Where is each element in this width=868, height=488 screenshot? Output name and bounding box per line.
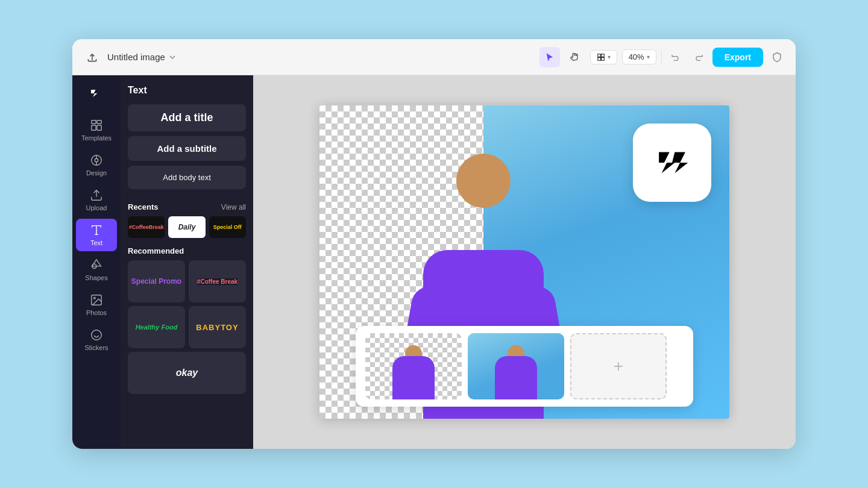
add-frame-icon: + xyxy=(614,357,623,376)
sidebar-label-templates: Templates xyxy=(81,134,112,142)
film-person-2 xyxy=(492,342,540,399)
sidebar-item-templates[interactable]: Templates xyxy=(76,114,117,146)
rec-coffee-break-text: #Coffee Break xyxy=(197,278,237,285)
sidebar-label-stickers: Stickers xyxy=(84,344,108,351)
upload-icon xyxy=(90,189,103,202)
topbar-controls: ▾ 40% ▾ Export xyxy=(539,47,786,67)
topbar-divider xyxy=(661,50,662,64)
export-button[interactable]: Export xyxy=(712,48,763,67)
rec-item-babytoy[interactable]: BABYTOY xyxy=(189,306,246,348)
svg-rect-3 xyxy=(597,57,600,60)
photos-icon xyxy=(90,293,103,307)
sidebar-label-photos: Photos xyxy=(86,309,107,316)
recents-header: Recents View all xyxy=(128,202,246,211)
text-panel-title: Text xyxy=(128,85,246,96)
chevron-down-icon xyxy=(169,54,176,61)
recents-label: Recents xyxy=(128,202,159,211)
recent-item-special-off[interactable]: Special Off xyxy=(209,216,246,238)
sidebar-item-design[interactable]: Design xyxy=(76,149,117,181)
svg-rect-6 xyxy=(92,120,96,124)
sidebar-logo xyxy=(86,83,107,104)
rec-item-healthy-food[interactable]: Healthy Food xyxy=(128,306,185,348)
add-subtitle-button[interactable]: Add a subtitle xyxy=(128,136,246,161)
view-all-button[interactable]: View all xyxy=(221,203,246,211)
pan-tool-button[interactable] xyxy=(565,47,585,67)
rec-healthy-food-text: Healthy Food xyxy=(136,324,178,331)
sidebar-item-shapes[interactable]: Shapes xyxy=(76,254,117,286)
rec-item-special-promo[interactable]: Special Promo xyxy=(128,260,185,302)
film-strip: + xyxy=(356,326,693,407)
rec-okay-text: okay xyxy=(176,368,198,378)
topbar: Untitled image xyxy=(72,39,796,75)
recommended-grid: Special Promo #Coffee Break Healthy Food… xyxy=(128,260,246,394)
document-title: Untitled image xyxy=(107,52,165,62)
layout-icon xyxy=(597,53,605,61)
cursor-icon xyxy=(545,52,555,62)
shield-icon xyxy=(772,52,782,63)
sidebar-label-design: Design xyxy=(86,169,107,177)
sidebar-item-stickers[interactable]: Stickers xyxy=(76,324,117,356)
rec-babytoy-text: BABYTOY xyxy=(196,323,238,332)
capcut-logo-large xyxy=(651,142,693,184)
topbar-left: Untitled image xyxy=(82,47,176,67)
recents-row: #CoffeeBreak Daily Special Off xyxy=(128,216,246,238)
app-window: Untitled image xyxy=(72,39,796,449)
film-person-body-1 xyxy=(392,356,435,399)
film-item-1[interactable] xyxy=(365,333,462,399)
layout-chevron: ▾ xyxy=(608,54,611,60)
recent-special-off-text: Special Off xyxy=(213,224,242,230)
stickers-icon xyxy=(90,328,103,342)
svg-point-19 xyxy=(92,330,102,340)
shield-button[interactable] xyxy=(768,48,786,66)
capcut-logo-small xyxy=(87,84,105,102)
zoom-control[interactable]: 40% ▾ xyxy=(622,49,656,64)
recent-item-daily[interactable]: Daily xyxy=(168,216,205,238)
svg-point-11 xyxy=(95,158,98,162)
layout-control[interactable]: ▾ xyxy=(590,50,617,64)
templates-icon xyxy=(90,119,103,132)
text-panel: Text Add a title Add a subtitle Add body… xyxy=(121,75,253,449)
zoom-level: 40% xyxy=(629,52,644,61)
svg-rect-9 xyxy=(97,125,101,130)
rec-item-okay[interactable]: okay xyxy=(128,352,246,394)
svg-point-18 xyxy=(93,297,95,299)
zoom-chevron: ▾ xyxy=(647,54,650,60)
film-item-2[interactable] xyxy=(468,333,564,399)
svg-rect-8 xyxy=(92,125,96,130)
recent-item-coffee-break[interactable]: #CoffeeBreak xyxy=(128,216,165,238)
text-icon xyxy=(90,224,103,237)
sidebar-label-upload: Upload xyxy=(86,204,107,211)
undo-button[interactable] xyxy=(667,48,685,66)
hand-icon xyxy=(570,52,580,62)
rec-item-coffee-break[interactable]: #Coffee Break xyxy=(189,260,246,302)
sidebar-item-photos[interactable]: Photos xyxy=(76,289,117,321)
svg-rect-1 xyxy=(597,54,600,57)
body-area: Templates Design Upload xyxy=(72,75,796,449)
sidebar-item-upload[interactable]: Upload xyxy=(76,184,117,216)
add-body-text-button[interactable]: Add body text xyxy=(128,166,246,189)
redo-button[interactable] xyxy=(690,48,708,66)
svg-rect-2 xyxy=(601,54,604,57)
sidebar: Templates Design Upload xyxy=(72,75,121,449)
undo-icon xyxy=(671,52,681,62)
capcut-logo-card xyxy=(633,124,711,202)
sidebar-item-text[interactable]: Text xyxy=(76,219,117,251)
redo-icon xyxy=(694,52,703,62)
add-title-button[interactable]: Add a title xyxy=(128,104,246,131)
film-person-1 xyxy=(389,342,438,399)
select-tool-button[interactable] xyxy=(539,47,560,67)
document-title-area[interactable]: Untitled image xyxy=(107,52,176,62)
sidebar-label-text: Text xyxy=(90,239,102,246)
svg-rect-7 xyxy=(97,120,101,124)
canvas-area: + xyxy=(253,75,796,449)
recommended-header: Recommended xyxy=(128,246,246,255)
sidebar-label-shapes: Shapes xyxy=(85,274,107,281)
save-button[interactable] xyxy=(82,47,102,67)
rec-special-promo-text: Special Promo xyxy=(131,277,181,286)
recommended-label: Recommended xyxy=(128,246,184,255)
person-head xyxy=(456,154,511,208)
design-icon xyxy=(90,154,103,167)
film-person-body-2 xyxy=(495,356,537,399)
film-item-add[interactable]: + xyxy=(570,333,667,399)
canvas-inner[interactable]: + xyxy=(319,105,729,419)
